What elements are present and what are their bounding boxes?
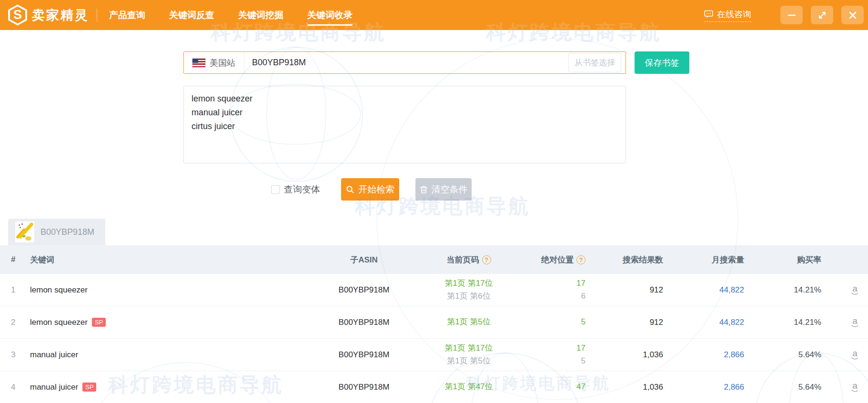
monthly-volume-link[interactable]: 44,822 xyxy=(719,285,744,294)
amazon-link-icon[interactable]: a xyxy=(851,317,858,328)
asin-input[interactable] xyxy=(244,52,568,73)
brand-logo[interactable]: S 卖家精灵 xyxy=(8,5,89,26)
help-icon[interactable]: ? xyxy=(576,255,585,264)
asin-cell: B00YBP918M xyxy=(307,383,421,392)
purchase-rate-cell: 5.64% xyxy=(744,350,821,360)
amazon-glyph: a xyxy=(852,382,858,390)
result-tab-asin: B00YBP918M xyxy=(40,227,94,237)
keyword-text: lemon squeezer xyxy=(30,285,88,295)
absolute-position-cell: 17 5 xyxy=(516,342,585,367)
watermark-header-2: 科灯跨境电商导航 xyxy=(486,19,661,30)
absolute-position-cell: 47 xyxy=(516,381,585,393)
page-rank-current: 第1页 第17位 xyxy=(421,342,516,354)
abs-position-current: 5 xyxy=(516,316,585,328)
col-header-monthly-volume: 月搜索量 xyxy=(663,254,744,265)
page-rank-previous: 第1页 第5位 xyxy=(421,355,516,367)
sp-ad-badge: SP xyxy=(92,318,106,327)
amazon-smile-icon xyxy=(851,325,858,328)
main-nav: 产品查询 关键词反查 关键词挖掘 关键词收录 xyxy=(97,0,364,30)
keywords-textarea[interactable]: lemon squeezer manual juicer cirtus juic… xyxy=(183,86,626,163)
minimize-icon xyxy=(787,10,797,20)
absolute-position-cell: 17 6 xyxy=(516,277,585,302)
start-search-label: 开始检索 xyxy=(358,183,394,196)
abs-position-previous: 5 xyxy=(516,355,585,367)
search-controls: 查询变体 开始检索 清空条件 xyxy=(271,178,472,201)
minimize-button[interactable] xyxy=(780,6,803,24)
asin-cell: B00YBP918M xyxy=(307,350,421,360)
amazon-glyph: a xyxy=(852,350,858,357)
search-icon xyxy=(346,185,354,194)
row-index: 3 xyxy=(0,350,30,360)
clear-conditions-button[interactable]: 清空条件 xyxy=(415,178,472,201)
amazon-glyph: a xyxy=(852,285,858,292)
amazon-smile-icon xyxy=(851,292,858,295)
abs-position-current: 17 xyxy=(516,277,585,290)
marketplace-label: 美国站 xyxy=(210,57,235,69)
amazon-smile-icon xyxy=(851,357,858,360)
online-consult-link[interactable]: 在线咨询 xyxy=(704,9,751,22)
table-row: 4 manual juicer SP B00YBP918M 第1页 第47位 4… xyxy=(0,371,868,403)
trash-icon xyxy=(420,185,428,194)
amazon-glyph: a xyxy=(852,317,858,325)
abs-position-current: 47 xyxy=(516,381,585,393)
col-header-purchase-rate: 购买率 xyxy=(744,254,821,265)
current-page-cell: 第1页 第17位 第1页 第6位 xyxy=(421,277,516,302)
product-thumbnail xyxy=(15,222,34,242)
current-page-cell: 第1页 第17位 第1页 第5位 xyxy=(421,342,516,367)
save-bookmark-button[interactable]: 保存书签 xyxy=(635,51,689,74)
asin-search-bar: 美国站 从书签选择 xyxy=(183,51,626,74)
keyword-text: manual juicer xyxy=(30,383,78,392)
nav-item-reverse-asin[interactable]: 关键词反查 xyxy=(169,0,214,30)
variant-checkbox[interactable] xyxy=(271,185,280,194)
search-results-cell: 912 xyxy=(585,285,663,295)
col-header-asin: 子ASIN xyxy=(307,254,421,265)
col-header-keyword: 关键词 xyxy=(30,254,307,265)
nav-item-keyword-index[interactable]: 关键词收录 xyxy=(307,0,353,30)
table-row: 3 manual juicer B00YBP918M 第1页 第17位 第1页 … xyxy=(0,339,868,371)
table-header-row: # 关键词 子ASIN 当前页码 ? 绝对位置 ? 搜索结果数 月搜索量 购买率 xyxy=(0,245,868,274)
table-row: 1 lemon squeezer B00YBP918M 第1页 第17位 第1页… xyxy=(0,274,868,306)
purchase-rate-cell: 5.64% xyxy=(744,383,821,392)
brand-name: 卖家精灵 xyxy=(32,7,89,24)
top-bar: S 卖家精灵 产品查询 关键词反查 关键词挖掘 关键词收录 在线咨询 xyxy=(0,0,868,30)
monthly-volume-link[interactable]: 44,822 xyxy=(719,318,744,327)
marketplace-selector[interactable]: 美国站 xyxy=(184,52,244,73)
bookmark-select-button[interactable]: 从书签选择 xyxy=(568,53,621,72)
row-index: 1 xyxy=(0,285,30,295)
purchase-rate-cell: 14.21% xyxy=(744,318,821,327)
sp-ad-badge: SP xyxy=(82,383,96,392)
amazon-link-icon[interactable]: a xyxy=(851,285,858,295)
monthly-volume-link[interactable]: 2,866 xyxy=(724,350,744,359)
search-results-cell: 912 xyxy=(585,318,663,327)
col-header-current-page-label: 当前页码 xyxy=(447,256,479,264)
col-header-current-page: 当前页码 ? xyxy=(421,255,516,264)
online-consult-label: 在线咨询 xyxy=(717,9,751,20)
amazon-link-icon[interactable]: a xyxy=(851,382,858,393)
abs-position-current: 17 xyxy=(516,342,585,354)
us-flag-icon xyxy=(192,59,205,67)
col-header-absolute-position: 绝对位置 ? xyxy=(516,255,585,264)
app-window: S 卖家精灵 产品查询 关键词反查 关键词挖掘 关键词收录 在线咨询 xyxy=(0,0,868,403)
current-page-cell: 第1页 第5位 xyxy=(421,316,516,328)
start-search-button[interactable]: 开始检索 xyxy=(341,178,399,201)
search-results-cell: 1,036 xyxy=(585,383,663,392)
search-results-cell: 1,036 xyxy=(585,350,663,360)
result-tab-b00ybp918m[interactable]: B00YBP918M xyxy=(8,219,105,245)
header-right: 在线咨询 xyxy=(704,6,864,24)
monthly-volume-link[interactable]: 2,866 xyxy=(724,383,744,392)
resize-icon xyxy=(818,10,827,20)
asin-cell: B00YBP918M xyxy=(307,318,421,327)
nav-item-keyword-mining[interactable]: 关键词挖掘 xyxy=(238,0,283,30)
amazon-link-icon[interactable]: a xyxy=(851,350,858,360)
nav-item-product-lookup[interactable]: 产品查询 xyxy=(109,0,145,30)
page-rank-current: 第1页 第5位 xyxy=(421,316,516,328)
brand-logo-icon: S xyxy=(8,5,27,26)
close-icon xyxy=(848,10,858,20)
col-header-search-results: 搜索结果数 xyxy=(585,254,663,265)
col-header-absolute-position-label: 绝对位置 xyxy=(541,256,574,264)
table-row: 2 lemon squeezer SP B00YBP918M 第1页 第5位 5… xyxy=(0,306,868,339)
close-button[interactable] xyxy=(841,6,864,24)
help-icon[interactable]: ? xyxy=(482,255,491,264)
variant-checkbox-label[interactable]: 查询变体 xyxy=(284,183,320,196)
resize-button[interactable] xyxy=(811,6,833,24)
